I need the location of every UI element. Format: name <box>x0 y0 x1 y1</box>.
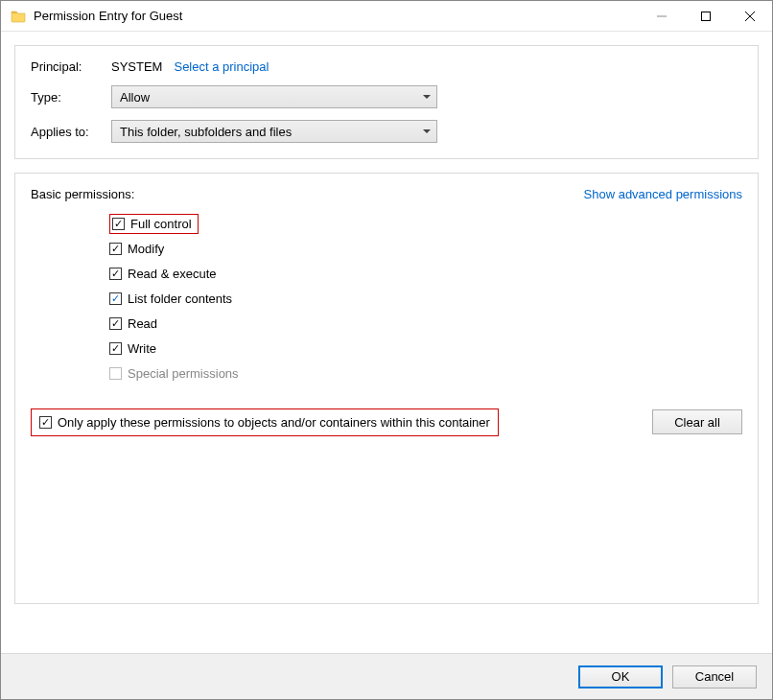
maximize-button[interactable] <box>684 1 728 31</box>
ok-label: OK <box>612 669 630 684</box>
type-label: Type: <box>31 90 111 105</box>
highlight-box: Only apply these permissions to objects … <box>31 408 499 436</box>
clear-all-button[interactable]: Clear all <box>652 409 742 434</box>
type-select[interactable]: Allow <box>111 85 437 108</box>
dialog-footer: OK Cancel <box>1 653 772 699</box>
permission-label: Write <box>128 341 156 356</box>
checkbox-special <box>109 367 122 380</box>
permission-label: Full control <box>130 217 192 231</box>
cancel-button[interactable]: Cancel <box>672 665 757 688</box>
permission-label: Special permissions <box>128 366 239 381</box>
permission-row-full-control: Full control <box>109 211 742 236</box>
checkbox-list-folder[interactable] <box>109 292 122 305</box>
permission-label: Read & execute <box>128 267 217 281</box>
cancel-label: Cancel <box>695 669 734 684</box>
folder-icon <box>11 9 26 24</box>
applies-to-select[interactable]: This folder, subfolders and files <box>111 120 437 143</box>
type-select-value: Allow <box>120 90 150 105</box>
show-advanced-link[interactable]: Show advanced permissions <box>584 187 742 201</box>
permissions-section: Basic permissions: Show advanced permiss… <box>14 173 759 604</box>
permission-row-special: Special permissions <box>109 361 742 385</box>
chevron-down-icon <box>423 129 431 133</box>
only-apply-label: Only apply these permissions to objects … <box>58 415 490 430</box>
checkbox-read[interactable] <box>109 317 122 330</box>
principal-section: Principal: SYSTEM Select a principal Typ… <box>14 45 759 159</box>
permission-row-read-execute: Read & execute <box>109 261 742 286</box>
applies-to-label: Applies to: <box>31 125 111 139</box>
clear-all-label: Clear all <box>674 415 720 430</box>
select-principal-link[interactable]: Select a principal <box>174 59 269 74</box>
checkbox-read-execute[interactable] <box>109 268 122 280</box>
permission-row-read: Read <box>109 311 742 336</box>
permission-label: Modify <box>128 242 164 256</box>
permission-row-modify: Modify <box>109 236 742 261</box>
permission-label: Read <box>128 316 157 331</box>
checkbox-only-apply[interactable] <box>39 416 52 429</box>
window-controls <box>640 1 772 31</box>
principal-value: SYSTEM <box>111 59 162 74</box>
permission-label: List folder contents <box>128 292 232 306</box>
checkbox-modify[interactable] <box>109 243 122 255</box>
highlight-box: Full control <box>109 214 199 234</box>
permission-row-list-folder: List folder contents <box>109 286 742 311</box>
svg-rect-1 <box>702 12 711 20</box>
permission-checkbox-list: Full control Modify Read & execute List … <box>109 211 742 385</box>
checkbox-full-control[interactable] <box>112 218 125 230</box>
applies-to-select-value: This folder, subfolders and files <box>120 125 292 139</box>
chevron-down-icon <box>423 95 431 99</box>
ok-button[interactable]: OK <box>578 665 663 688</box>
principal-label: Principal: <box>31 59 111 74</box>
window-title: Permission Entry for Guest <box>34 9 640 23</box>
permission-row-write: Write <box>109 336 742 361</box>
titlebar: Permission Entry for Guest <box>1 1 772 32</box>
basic-permissions-label: Basic permissions: <box>31 187 134 201</box>
minimize-button[interactable] <box>640 1 684 31</box>
close-button[interactable] <box>728 1 772 31</box>
checkbox-write[interactable] <box>109 342 122 355</box>
only-apply-row: Only apply these permissions to objects … <box>31 408 742 436</box>
